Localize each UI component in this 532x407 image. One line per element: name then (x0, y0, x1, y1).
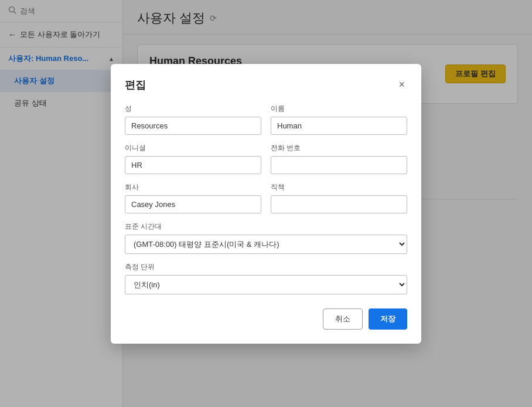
company-title-row: 회사 직책 (125, 182, 407, 213)
cancel-button[interactable]: 취소 (323, 308, 363, 330)
job-title-group: 직책 (271, 182, 407, 213)
modal-actions: 취소 저장 (125, 308, 407, 330)
initials-input[interactable] (125, 156, 261, 174)
job-title-label: 직책 (271, 182, 407, 192)
name-row: 성 이름 (125, 104, 407, 135)
unit-select[interactable]: 인치(in) (125, 275, 407, 294)
initials-phone-row: 이니셜 전화 번호 (125, 143, 407, 174)
modal-header: 편집 × (125, 78, 407, 92)
initials-group: 이니셜 (125, 143, 261, 174)
company-label: 회사 (125, 182, 261, 192)
timezone-select[interactable]: (GMT-08:00) 태평양 표준시(미국 & 캐나다) (125, 235, 407, 254)
first-name-input[interactable] (271, 117, 407, 135)
job-title-input[interactable] (271, 195, 407, 213)
timezone-group: 표준 시간대 (GMT-08:00) 태평양 표준시(미국 & 캐나다) (125, 222, 407, 254)
phone-group: 전화 번호 (271, 143, 407, 174)
initials-label: 이니셜 (125, 143, 261, 153)
timezone-label: 표준 시간대 (125, 222, 407, 232)
phone-label: 전화 번호 (271, 143, 407, 153)
modal-close-button[interactable]: × (396, 79, 407, 91)
modal-overlay: 편집 × 성 이름 이니셜 (0, 0, 532, 407)
first-name-group: 이름 (271, 104, 407, 135)
last-name-input[interactable] (125, 117, 261, 135)
save-button[interactable]: 저장 (369, 308, 407, 330)
unit-group: 측정 단위 인치(in) (125, 262, 407, 294)
company-group: 회사 (125, 182, 261, 213)
phone-input[interactable] (271, 156, 407, 174)
timezone-row: 표준 시간대 (GMT-08:00) 태평양 표준시(미국 & 캐나다) (125, 222, 407, 254)
first-name-label: 이름 (271, 104, 407, 114)
modal-form: 성 이름 이니셜 전화 번호 (125, 104, 407, 330)
last-name-label: 성 (125, 104, 261, 114)
unit-label: 측정 단위 (125, 262, 407, 272)
unit-row: 측정 단위 인치(in) (125, 262, 407, 294)
modal-title: 편집 (125, 78, 146, 92)
last-name-group: 성 (125, 104, 261, 135)
company-input[interactable] (125, 195, 261, 213)
edit-modal: 편집 × 성 이름 이니셜 (111, 64, 421, 344)
